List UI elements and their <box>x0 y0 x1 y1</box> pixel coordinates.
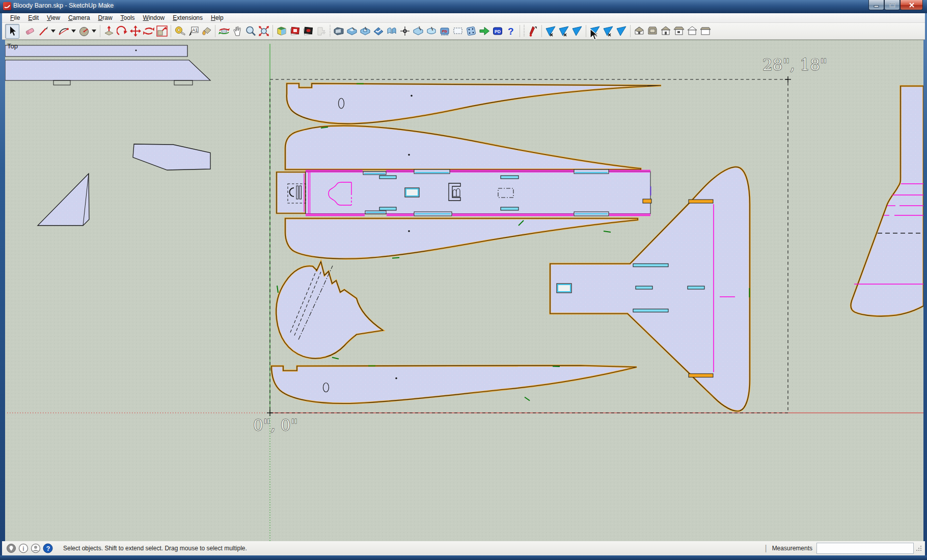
circle-tool-button[interactable] <box>77 24 91 38</box>
left-view-button[interactable] <box>699 24 712 38</box>
send-to-layout-button[interactable] <box>288 24 302 38</box>
arc-dropdown-icon[interactable] <box>70 24 77 38</box>
run-plugin-button[interactable] <box>478 24 491 38</box>
rotate-tool-button[interactable] <box>142 24 155 38</box>
sandbox-tray-2-button[interactable] <box>359 24 372 38</box>
menu-edit[interactable]: Edit <box>24 13 43 22</box>
pb-plugin-glyph: Pb <box>442 29 447 34</box>
text-tool-button[interactable]: A1 <box>186 24 200 38</box>
measurements-input[interactable] <box>816 543 914 554</box>
sandbox-tray-4-button[interactable] <box>385 24 398 38</box>
info-glyph: i <box>22 545 24 552</box>
follow-me-tool-button[interactable] <box>116 24 129 38</box>
line-tool-button[interactable] <box>37 24 50 38</box>
annotation-origin: 0", 0" <box>253 416 298 434</box>
model-drawing: 28", 18" 0", 0" <box>5 40 923 542</box>
maximize-button[interactable] <box>884 0 900 10</box>
camera-flag-5-button[interactable] <box>602 24 615 38</box>
line-dropdown-icon[interactable] <box>50 24 57 38</box>
part-crutch <box>277 170 651 216</box>
annotation-max-corner: 28", 18" <box>762 55 827 74</box>
window-title: Bloody Baron.skp - SketchUp Make <box>13 2 114 9</box>
minimize-button[interactable] <box>868 0 884 10</box>
sign-in-icon[interactable] <box>31 543 41 553</box>
measurements-label: Measurements <box>772 545 812 552</box>
style-builder-button[interactable] <box>302 24 315 38</box>
edit-tray-1-button[interactable] <box>412 24 425 38</box>
camera-flag-4-button[interactable] <box>588 24 602 38</box>
status-help-glyph: ? <box>46 545 50 552</box>
front-view-button[interactable] <box>659 24 672 38</box>
toolbar: A1 <box>2 23 925 40</box>
viewport-name-label: Top <box>7 42 18 50</box>
zoom-tool-button[interactable] <box>244 24 257 38</box>
orbit-tool-button[interactable] <box>217 24 231 38</box>
application-window: Bloody Baron.skp - SketchUp Make File Ed… <box>0 0 927 560</box>
iso-view-button[interactable] <box>633 24 646 38</box>
scale-tool-button[interactable] <box>155 24 169 38</box>
menu-help[interactable]: Help <box>207 13 228 22</box>
sandbox-tray-3-button[interactable] <box>372 24 385 38</box>
pd-plugin-button[interactable]: PD <box>491 24 504 38</box>
paint-bucket-tool-button[interactable] <box>200 24 213 38</box>
camera-flag-2-button[interactable] <box>557 24 570 38</box>
part-top-strips <box>5 45 210 85</box>
right-view-button[interactable] <box>672 24 686 38</box>
text-tool-glyph: A1 <box>193 27 198 33</box>
drawing-canvas[interactable]: Top <box>5 40 923 542</box>
pb-plugin-button[interactable]: Pb <box>438 24 451 38</box>
export-button[interactable] <box>315 24 328 38</box>
menu-extensions[interactable]: Extensions <box>169 13 207 22</box>
back-view-button[interactable] <box>686 24 699 38</box>
menu-file[interactable]: File <box>6 13 24 22</box>
select-region-button[interactable] <box>451 24 465 38</box>
menu-draw[interactable]: Draw <box>94 13 117 22</box>
move-tool-button[interactable] <box>129 24 142 38</box>
tape-measure-tool-button[interactable] <box>173 24 186 38</box>
menu-camera[interactable]: Camera <box>64 13 94 22</box>
select-tool-button[interactable] <box>5 24 19 39</box>
zoom-extents-tool-button[interactable] <box>257 24 270 38</box>
title-bar[interactable]: Bloody Baron.skp - SketchUp Make <box>0 0 927 13</box>
status-message: Select objects. Shift to extend select. … <box>63 545 247 552</box>
edit-tray-2-button[interactable] <box>425 24 438 38</box>
make-component-button[interactable] <box>275 24 288 38</box>
help-glyph: ? <box>508 26 514 37</box>
push-pull-tool-button[interactable] <box>102 24 116 38</box>
menu-window[interactable]: Window <box>139 13 169 22</box>
top-view-button[interactable] <box>646 24 659 38</box>
menu-tools[interactable]: Tools <box>117 13 139 22</box>
circle-dropdown-icon[interactable] <box>91 24 98 38</box>
close-button[interactable] <box>900 0 923 10</box>
pd-plugin-glyph: PD <box>495 29 501 34</box>
annotate-pen-button[interactable] <box>526 24 539 38</box>
camera-flag-6-button[interactable] <box>615 24 628 38</box>
menu-bar: File Edit View Camera Draw Tools Window … <box>2 13 925 23</box>
camera-flag-3-button[interactable] <box>570 24 584 38</box>
camera-flag-1-button[interactable] <box>544 24 557 38</box>
credits-icon[interactable]: i <box>18 543 29 553</box>
status-help-icon[interactable]: ? <box>43 543 53 553</box>
sandbox-tray-1-button[interactable] <box>345 24 359 38</box>
open-component-button[interactable] <box>332 24 345 38</box>
sketchup-logo-icon <box>3 2 11 10</box>
menu-view[interactable]: View <box>43 13 64 22</box>
axes-tool-button[interactable] <box>398 24 412 38</box>
eraser-tool-button[interactable] <box>23 24 37 38</box>
arc-tool-button[interactable] <box>57 24 70 38</box>
random-tools-button[interactable] <box>465 24 478 38</box>
resize-grip[interactable] <box>916 545 922 551</box>
pan-tool-button[interactable] <box>231 24 244 38</box>
status-bar: i ? Select objects. Shift to extend sele… <box>2 541 925 555</box>
window-bottom-border <box>0 555 927 560</box>
geolocation-icon[interactable] <box>6 543 16 553</box>
plugin-help-button[interactable]: ? <box>504 24 517 38</box>
